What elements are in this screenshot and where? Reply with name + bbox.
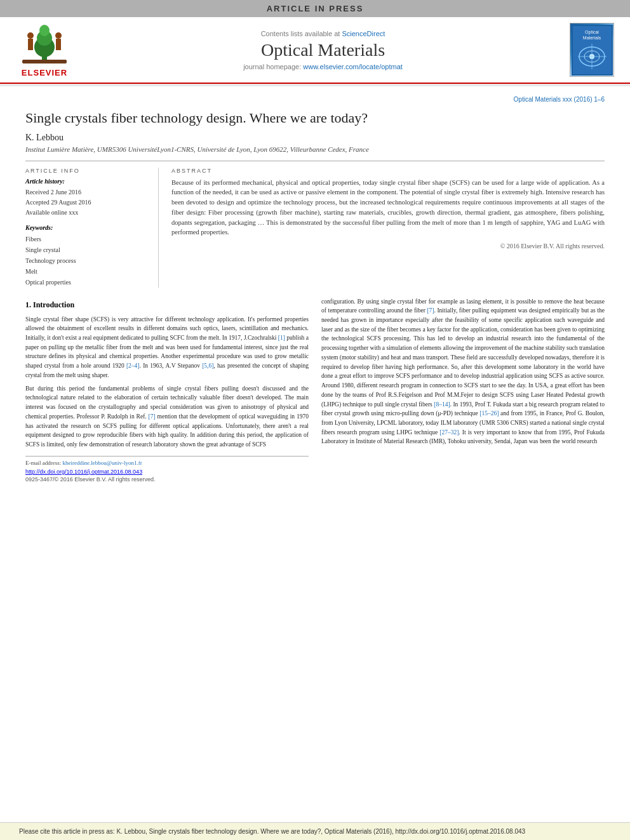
doi-link[interactable]: http://dx.doi.org/10.1016/j.optmat.2016.… bbox=[25, 469, 142, 475]
body-left-para1: Single crystal fiber shape (SCFS) is ver… bbox=[25, 315, 309, 380]
bottom-citation-text: Please cite this article in press as: K.… bbox=[19, 828, 525, 835]
abstract-column: ABSTRACT Because of its performed mechan… bbox=[171, 168, 605, 288]
svg-rect-5 bbox=[28, 39, 33, 50]
article-info-column: ARTICLE INFO Article history: Received 2… bbox=[25, 168, 159, 288]
elsevier-logo: ELSEVIER bbox=[13, 22, 76, 77]
keyword-optical-properties: Optical properties bbox=[25, 277, 149, 288]
ref-8-14-link[interactable]: [8–14] bbox=[434, 401, 450, 408]
email-link[interactable]: kheireddine.lebbou@univ-lyon1.fr bbox=[62, 460, 142, 466]
citation-bar: Optical Materials xxx (2016) 1–6 bbox=[25, 96, 605, 103]
ref-2-4-link[interactable]: [2–4] bbox=[126, 363, 140, 369]
body-right-para1: configuration. By using single crystal f… bbox=[321, 297, 605, 447]
copyright-line: © 2016 Elsevier B.V. All rights reserved… bbox=[171, 243, 605, 250]
ref-7-link-left[interactable]: [7] bbox=[149, 413, 156, 420]
abstract-text: Because of its performed mechanical, phy… bbox=[171, 178, 605, 238]
keyword-single-crystal: Single crystal bbox=[25, 244, 149, 255]
banner-text: ARTICLE IN PRESS bbox=[267, 4, 364, 13]
elsevier-label: ELSEVIER bbox=[22, 68, 67, 77]
accepted-date: Accepted 29 August 2016 bbox=[25, 197, 149, 208]
history-label: Article history: bbox=[25, 178, 149, 185]
svg-rect-7 bbox=[56, 39, 61, 50]
body-left-para2: But during this period the fundamental p… bbox=[25, 384, 309, 450]
received-date: Received 2 June 2016 bbox=[25, 187, 149, 197]
journal-title: Optical Materials bbox=[76, 40, 570, 60]
svg-text:Materials: Materials bbox=[582, 36, 601, 40]
keywords-label: Keywords: bbox=[25, 224, 149, 231]
abstract-label: ABSTRACT bbox=[171, 168, 605, 174]
body-right-column: configuration. By using single crystal f… bbox=[321, 297, 605, 483]
svg-point-6 bbox=[55, 32, 62, 39]
homepage-url[interactable]: www.elsevier.com/locate/optmat bbox=[303, 63, 403, 70]
ref-1-link[interactable]: [1] bbox=[278, 335, 285, 341]
author-name: K. Lebbou bbox=[25, 133, 605, 143]
sciencedirect-anchor[interactable]: ScienceDirect bbox=[342, 30, 385, 37]
contents-available-text: Contents lists available at bbox=[261, 30, 340, 37]
issn-line: 0925-3467/© 2016 Elsevier B.V. All right… bbox=[25, 476, 309, 483]
journal-cover: Optical Materials bbox=[570, 23, 617, 77]
main-content: Optical Materials xxx (2016) 1–6 Single … bbox=[0, 86, 630, 489]
journal-homepage: journal homepage: www.elsevier.com/locat… bbox=[76, 63, 570, 70]
ref-5-6-link[interactable]: [5,6] bbox=[202, 363, 213, 369]
cover-art-icon: Optical Materials bbox=[572, 25, 613, 76]
journal-citation: Optical Materials xxx (2016) 1–6 bbox=[514, 96, 605, 103]
svg-text:Optical: Optical bbox=[585, 30, 599, 35]
body-left-column: 1. Introduction Single crystal fiber sha… bbox=[25, 297, 309, 483]
article-in-press-banner: ARTICLE IN PRESS bbox=[0, 0, 630, 17]
page: ARTICLE IN PRESS ELSEVIER bbox=[0, 0, 630, 840]
keyword-melt: Melt bbox=[25, 266, 149, 277]
svg-point-4 bbox=[27, 32, 34, 39]
journal-center: Contents lists available at ScienceDirec… bbox=[76, 30, 570, 70]
svg-rect-8 bbox=[22, 60, 67, 63]
footnote-area: E-mail address: kheireddine.lebbou@univ-… bbox=[25, 456, 309, 483]
journal-header: ELSEVIER Contents lists available at Sci… bbox=[0, 17, 630, 84]
homepage-label: journal homepage: bbox=[243, 63, 301, 70]
journal-cover-image: Optical Materials bbox=[570, 23, 614, 77]
ref-7-link-right[interactable]: [7] bbox=[427, 307, 434, 314]
sciencedirect-link: Contents lists available at ScienceDirec… bbox=[76, 30, 570, 37]
affiliation: Institut Lumière Matière, UMR5306 Univer… bbox=[25, 145, 605, 153]
doi-line: http://dx.doi.org/10.1016/j.optmat.2016.… bbox=[25, 469, 309, 475]
keyword-fibers: Fibers bbox=[25, 234, 149, 244]
body-content: 1. Introduction Single crystal fiber sha… bbox=[25, 297, 605, 483]
article-title: Single crystals fiber technology design.… bbox=[25, 109, 605, 128]
ref-27-32-link[interactable]: [27–32] bbox=[439, 429, 459, 436]
email-footnote: E-mail address: kheireddine.lebbou@univ-… bbox=[25, 460, 309, 466]
keyword-technology-process: Technology process bbox=[25, 255, 149, 266]
email-label: E-mail address: bbox=[25, 460, 61, 466]
article-info-abstract-section: ARTICLE INFO Article history: Received 2… bbox=[25, 161, 605, 288]
bottom-citation-bar: Please cite this article in press as: K.… bbox=[0, 822, 630, 840]
elsevier-tree-icon bbox=[19, 22, 70, 67]
ref-15-26-link[interactable]: [15–26] bbox=[479, 410, 499, 417]
article-info-label: ARTICLE INFO bbox=[25, 168, 149, 174]
section1-heading: 1. Introduction bbox=[25, 300, 309, 310]
svg-point-3 bbox=[39, 25, 50, 36]
available-date: Available online xxx bbox=[25, 208, 149, 218]
